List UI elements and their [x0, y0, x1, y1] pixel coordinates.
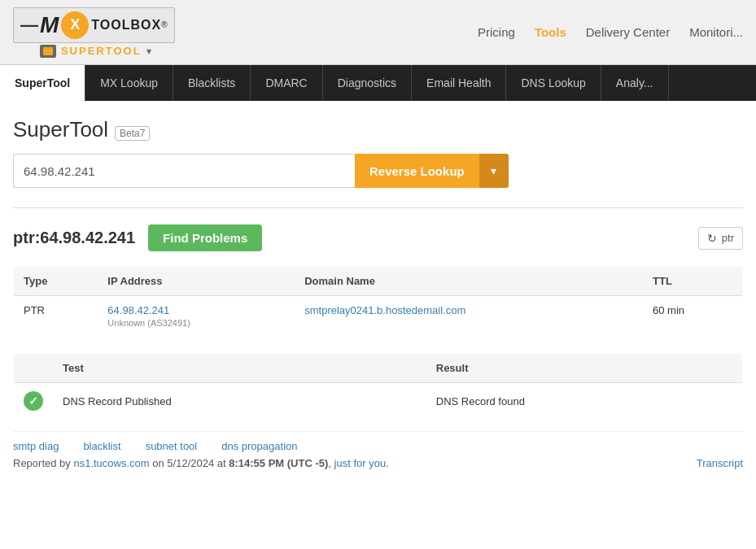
result-table: Type IP Address Domain Name TTL PTR 64.9… [13, 266, 743, 337]
toolbox-text: TOOLBOX [91, 18, 161, 33]
col-type: Type [14, 267, 98, 296]
logo-top: — M X TOOLBOX® [13, 7, 175, 43]
report-prefix: Reported by [13, 457, 73, 469]
ptr-refresh-button[interactable]: ↻ ptr [698, 227, 743, 250]
site-header: — M X TOOLBOX® SUPERTOOL ▾ Pricing Tools… [0, 0, 756, 65]
search-input[interactable] [13, 154, 355, 188]
ip-sub-text: Unknown (AS32491) [107, 318, 285, 328]
tab-dmarc[interactable]: DMARC [251, 65, 322, 101]
footer-link-dns-propagation[interactable]: dns propagation [221, 440, 297, 452]
report-on: on 5/12/2024 at [150, 457, 229, 469]
logo-area: — M X TOOLBOX® SUPERTOOL ▾ [13, 7, 175, 58]
report-ns-link[interactable]: ns1.tucows.com [73, 457, 149, 469]
col-ip-address: IP Address [98, 267, 295, 296]
search-bar: Reverse Lookup ▾ [13, 154, 743, 188]
supertool-dropdown-icon[interactable]: ▾ [146, 46, 151, 57]
cell-test-name: DNS Record Published [53, 383, 426, 420]
domain-link[interactable]: smtprelay0241.b.hostedemail.com [304, 304, 465, 316]
footer-report: Reported by ns1.tucows.com on 5/12/2024 … [13, 457, 743, 469]
footer-link-smtp-diag[interactable]: smtp diag [13, 440, 59, 452]
cell-ttl: 60 min [643, 296, 742, 337]
ptr-refresh-label: ptr [722, 232, 734, 244]
status-ok-icon: ✓ [24, 391, 43, 411]
header-nav: Pricing Tools Delivery Center Monitori..… [478, 25, 743, 39]
cell-domain: smtprelay0241.b.hostedemail.com [295, 296, 643, 337]
transcript-link[interactable]: Transcript [697, 457, 743, 469]
tab-supertool[interactable]: SuperTool [0, 65, 85, 101]
nav-tools[interactable]: Tools [535, 25, 566, 39]
section-divider [13, 207, 743, 208]
page-title: SuperTool [13, 117, 108, 142]
nav-delivery-center[interactable]: Delivery Center [586, 25, 670, 39]
supertool-label-area: SUPERTOOL ▾ [37, 45, 151, 58]
tabs-bar: SuperTool MX Lookup Blacklists DMARC Dia… [0, 65, 756, 101]
report-jfy-link[interactable]: just for you [334, 457, 387, 469]
reverse-lookup-dropdown-button[interactable]: ▾ [479, 154, 509, 188]
toolbox-reg: ® [161, 20, 167, 29]
tab-analyze[interactable]: Analy... [601, 65, 669, 101]
col-status-icon [14, 354, 54, 383]
tab-diagnostics[interactable]: Diagnostics [323, 65, 412, 101]
test-table: Test Result ✓ DNS Record Published DNS R… [13, 353, 743, 420]
ptr-header: ptr:64.98.42.241 Find Problems ↻ ptr [13, 224, 743, 251]
footer-link-blacklist[interactable]: blacklist [83, 440, 120, 452]
cell-test-result: DNS Record found [426, 383, 743, 420]
refresh-icon: ↻ [707, 232, 717, 245]
tab-blacklists[interactable]: Blacklists [173, 65, 251, 101]
logo-dash-icon: — [20, 15, 38, 36]
cell-status: ✓ [14, 383, 54, 420]
logo-x-letter: X [70, 16, 80, 33]
supertool-icon [40, 45, 56, 58]
test-row: ✓ DNS Record Published DNS Record found [14, 383, 743, 420]
table-row: PTR 64.98.42.241 Unknown (AS32491) smtpr… [14, 296, 743, 337]
main-content: SuperTool Beta7 Reverse Lookup ▾ ptr:64.… [0, 101, 756, 486]
logo-m-letter: M [40, 12, 59, 38]
col-test: Test [53, 354, 426, 383]
footer-link-subnet-tool[interactable]: subnet tool [146, 440, 198, 452]
report-comma: , [328, 457, 334, 469]
find-problems-button[interactable]: Find Problems [148, 224, 262, 251]
tab-dns-lookup[interactable]: DNS Lookup [506, 65, 601, 101]
col-domain-name: Domain Name [295, 267, 643, 296]
cell-type: PTR [14, 296, 98, 337]
cell-ip: 64.98.42.241 Unknown (AS32491) [98, 296, 295, 337]
logo-x-circle: X [61, 11, 89, 39]
tab-mx-lookup[interactable]: MX Lookup [85, 65, 173, 101]
ptr-address: ptr:64.98.42.241 [13, 229, 135, 247]
tab-email-health[interactable]: Email Health [412, 65, 506, 101]
nav-monitoring[interactable]: Monitori... [689, 25, 743, 39]
col-result: Result [426, 354, 743, 383]
page-title-area: SuperTool Beta7 [13, 117, 743, 142]
reverse-lookup-button[interactable]: Reverse Lookup [355, 154, 479, 188]
nav-pricing[interactable]: Pricing [478, 25, 515, 39]
beta-badge: Beta7 [115, 126, 150, 141]
report-dot: . [386, 457, 389, 469]
report-text: Reported by ns1.tucows.com on 5/12/2024 … [13, 457, 389, 469]
ip-link[interactable]: 64.98.42.241 [107, 304, 169, 316]
col-ttl: TTL [643, 267, 742, 296]
footer-links: smtp diag blacklist subnet tool dns prop… [13, 431, 743, 452]
supertool-label-text: SUPERTOOL [61, 45, 142, 57]
report-time: 8:14:55 PM (UTC -5) [229, 457, 328, 469]
